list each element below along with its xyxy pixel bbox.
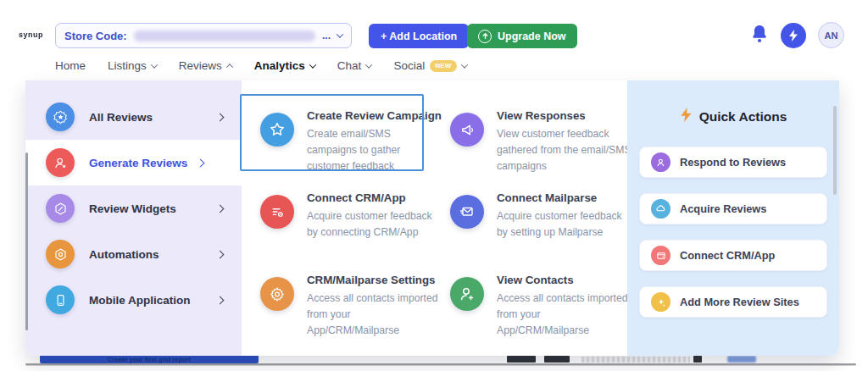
chevron-right-icon xyxy=(216,113,225,121)
person-star-icon xyxy=(46,148,75,177)
nav-item-listings[interactable]: Listings xyxy=(108,59,157,72)
sidebar-item-generate-reviews[interactable]: Generate Reviews xyxy=(25,140,242,186)
nav-item-chat[interactable]: Chat xyxy=(337,59,372,72)
redacted-text-bar xyxy=(507,356,536,363)
notification-bell-icon[interactable] xyxy=(750,24,769,47)
nav-label: Listings xyxy=(108,59,147,72)
nav-label: Chat xyxy=(337,59,362,72)
sidebar-item-automations[interactable]: Automations xyxy=(25,231,242,277)
add-location-button[interactable]: + Add Location xyxy=(369,24,469,48)
card-icon xyxy=(651,246,670,265)
menu-item-description: Acquire customer feedback by connecting … xyxy=(307,208,442,241)
menu-item-description: Create email/SMS campaigns to gather cus… xyxy=(307,126,442,174)
app-window: synup Store Code: ... + Add Location Upg… xyxy=(0,0,868,371)
gear-hexagon-icon xyxy=(46,240,75,269)
mega-menu-sidebar: All Reviews Generate Reviews Review Widg… xyxy=(25,80,242,356)
phone-icon xyxy=(46,285,75,314)
menu-item-description: Acquire customer feedback by setting up … xyxy=(497,208,632,241)
quick-action-label: Respond to Reviews xyxy=(680,156,786,169)
menu-item-title: Connect Mailparse xyxy=(497,191,632,204)
menu-item-view-responses[interactable]: View Responses View customer feedback ga… xyxy=(445,102,635,185)
quick-action-connect-crm-app[interactable]: Connect CRM/App xyxy=(639,240,827,271)
star-icon xyxy=(260,113,294,147)
nav-label: Home xyxy=(55,59,86,72)
sidebar-item-mobile-application[interactable]: Mobile Application xyxy=(25,277,242,323)
quick-action-label: Connect CRM/App xyxy=(680,249,775,262)
list-gear-icon xyxy=(260,195,294,229)
mega-menu-items: Create Review Campaign Create email/SMS … xyxy=(242,80,627,356)
menu-item-description: Access all contacts imported from your A… xyxy=(497,291,632,339)
quick-actions-scrollbar[interactable] xyxy=(833,106,837,195)
chevron-right-icon xyxy=(216,250,225,258)
menu-item-view-contacts[interactable]: View Contacts Access all contacts import… xyxy=(445,267,635,349)
chevron-right-icon xyxy=(216,204,225,213)
nav-item-analytics[interactable]: Analytics xyxy=(254,59,315,72)
avatar[interactable]: AN xyxy=(818,22,844,48)
nav-item-home[interactable]: Home xyxy=(55,59,86,72)
quick-action-respond-to-reviews[interactable]: Respond to Reviews xyxy=(639,147,827,178)
quick-actions-panel: Quick Actions Respond to Reviews Acquire… xyxy=(627,80,839,356)
sparkle-icon xyxy=(651,292,670,312)
sidebar-item-label: Generate Reviews xyxy=(89,157,187,169)
quick-action-acquire-reviews[interactable]: Acquire Reviews xyxy=(639,193,827,224)
chevron-down-icon xyxy=(337,30,343,37)
nav-item-reviews[interactable]: Reviews xyxy=(179,59,232,72)
sidebar-item-label: All Reviews xyxy=(89,111,153,124)
menu-item-description: Access all contacts imported from your A… xyxy=(307,291,442,339)
quick-actions-title: Quick Actions xyxy=(699,109,787,125)
menu-item-connect-mailparse[interactable]: Connect Mailparse Acquire customer feedb… xyxy=(445,185,635,267)
nav-label: Analytics xyxy=(254,59,305,72)
menu-item-title: View Contacts xyxy=(497,274,632,286)
background-chart-fragment xyxy=(581,357,690,363)
chevron-down-icon xyxy=(460,61,467,68)
main-nav: Home Listings Reviews Analytics Chat Soc… xyxy=(55,51,467,80)
menu-item-connect-crm-app[interactable]: Connect CRM/App Acquire customer feedbac… xyxy=(255,185,445,267)
menu-item-title: Create Review Campaign xyxy=(307,109,442,122)
store-code-redacted-value xyxy=(134,30,315,42)
chevron-down-icon xyxy=(309,61,316,68)
envelope-icon xyxy=(450,195,484,229)
sidebar-item-label: Mobile Application xyxy=(89,294,191,307)
cloud-icon xyxy=(651,199,670,219)
sidebar-item-all-reviews[interactable]: All Reviews xyxy=(25,94,242,140)
menu-item-description: View customer feedback gathered from the… xyxy=(497,126,632,174)
upgrade-now-label: Upgrade Now xyxy=(498,30,566,42)
upgrade-now-button[interactable]: Upgrade Now xyxy=(467,24,577,48)
page-bottom-edge xyxy=(25,363,856,365)
menu-item-title: CRM/Mailparse Settings xyxy=(307,274,442,286)
megaphone-icon xyxy=(450,113,484,147)
hexagon-icon xyxy=(46,194,75,223)
person-plus-icon xyxy=(450,277,484,311)
redacted-text-bar xyxy=(544,356,570,363)
sidebar-item-label: Review Widgets xyxy=(89,202,176,215)
chevron-right-icon xyxy=(197,158,205,167)
person-chat-icon xyxy=(651,152,670,172)
store-code-select[interactable]: Store Code: ... xyxy=(55,23,352,48)
top-bar: synup Store Code: ... + Add Location Upg… xyxy=(0,0,868,51)
page-scrollbar[interactable] xyxy=(25,152,28,330)
nav-item-social[interactable]: Social NEW xyxy=(393,59,466,72)
chevron-up-icon xyxy=(226,64,233,70)
store-code-label: Store Code: xyxy=(64,30,127,42)
upgrade-arrow-icon xyxy=(478,30,492,43)
boost-lightning-icon[interactable] xyxy=(781,23,806,48)
quick-action-add-more-review-sites[interactable]: Add More Review Sites xyxy=(639,286,827,318)
menu-item-title: Connect CRM/App xyxy=(307,191,442,204)
store-code-ellipsis: ... xyxy=(322,30,331,42)
grid-report-banner[interactable]: Create your first grid report xyxy=(40,355,259,363)
gear-icon xyxy=(260,277,294,311)
chevron-right-icon xyxy=(216,296,225,304)
brand-logo[interactable]: synup xyxy=(19,30,43,39)
menu-item-create-review-campaign[interactable]: Create Review Campaign Create email/SMS … xyxy=(255,102,445,185)
grid-report-banner-label: Create your first grid report xyxy=(108,356,191,363)
sidebar-item-review-widgets[interactable]: Review Widgets xyxy=(25,186,242,231)
menu-item-crm-mailparse-settings[interactable]: CRM/Mailparse Settings Access all contac… xyxy=(255,267,445,349)
lightning-bolt-icon xyxy=(680,108,693,125)
quick-action-label: Acquire Reviews xyxy=(680,202,766,215)
new-badge: NEW xyxy=(430,60,457,72)
quick-action-label: Add More Review Sites xyxy=(680,296,799,308)
star-badge-icon xyxy=(46,102,75,131)
nav-label: Reviews xyxy=(179,59,222,72)
sidebar-item-label: Automations xyxy=(89,248,159,261)
chevron-down-icon xyxy=(365,61,372,68)
